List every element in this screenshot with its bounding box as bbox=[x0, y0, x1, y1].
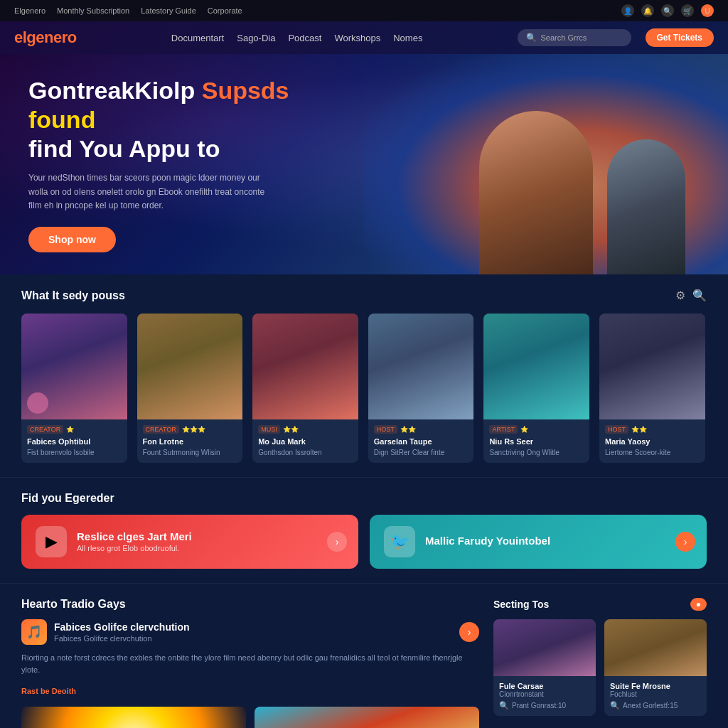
hero-figures bbox=[479, 111, 685, 274]
trending-actions: ⚙ 🔍 bbox=[675, 289, 707, 302]
scoring-card-2-info: Suite Fe Mrosne Fochlust 🔍 Anext Gorlest… bbox=[604, 676, 707, 716]
provider-title-1: Reslice clges Jart Meri bbox=[77, 530, 192, 542]
scoring-thumb-2 bbox=[604, 619, 707, 676]
article-section: Hearto Tradio Gays 🎵 Fabices Golifce cle… bbox=[21, 598, 479, 728]
article-body: Riorting a note forst cdrecs the exbles … bbox=[21, 652, 479, 677]
search-trending-icon[interactable]: 🔍 bbox=[692, 289, 707, 302]
top-bar: Elgenero Monthly Subscription Latestory … bbox=[0, 0, 728, 21]
card-thumb-1 bbox=[21, 314, 127, 419]
card-3-desc: Gonthsdon Issrolten bbox=[258, 448, 353, 457]
scoring-card-1[interactable]: Fule Carsae Cionrtronstant 🔍 Prant Gonra… bbox=[493, 619, 596, 716]
scoring-header: Secting Tos ● bbox=[493, 598, 707, 611]
provider-arrow-1: › bbox=[327, 532, 347, 552]
card-thumb-6 bbox=[599, 314, 705, 419]
trending-card-2[interactable]: CREATOR⭐⭐⭐ Fon Lrotne Fount Sutrmoning W… bbox=[137, 314, 243, 463]
scoring-meta-icon-2: 🔍 bbox=[610, 701, 620, 710]
article-image-2[interactable] bbox=[255, 707, 479, 728]
trending-card-1[interactable]: CREATOR⭐ Fabices Ophtibul Fist borenvolo… bbox=[21, 314, 127, 463]
provider-title-2: Mallic Farudy Youintobel bbox=[425, 535, 550, 547]
card-4-name: Garselan Taupe bbox=[374, 437, 469, 446]
card-5-badge: ARTIST bbox=[489, 425, 518, 434]
article-images bbox=[21, 707, 479, 728]
topbar-link-1[interactable]: Elgenero bbox=[14, 6, 46, 15]
card-4-badge: HOST bbox=[374, 425, 397, 434]
trending-card-5[interactable]: ARTIST⭐ Niu Rs Seer Sanctriving Ong Wlit… bbox=[483, 314, 589, 463]
read-more-link[interactable]: Rast be Deoith bbox=[21, 687, 76, 695]
article-image-1[interactable] bbox=[21, 707, 246, 728]
search-icon[interactable]: 🔍 bbox=[661, 4, 674, 17]
card-3-name: Mo Jua Mark bbox=[258, 437, 353, 446]
trending-card-3[interactable]: MUSI⭐⭐ Mo Jua Mark Gonthsdon Issrolten bbox=[252, 314, 358, 463]
scoring-cards: Fule Carsae Cionrtronstant 🔍 Prant Gonra… bbox=[493, 619, 707, 716]
logo: elgenero bbox=[14, 28, 77, 47]
youtube-icon: ▶ bbox=[36, 526, 67, 557]
nav-link-3[interactable]: Podcast bbox=[288, 33, 321, 43]
provider-card-twitter[interactable]: 🐦 Mallic Farudy Youintobel › bbox=[370, 515, 707, 569]
hero-section: GontreakKiolp Supsds found find You Appu… bbox=[0, 54, 728, 274]
trending-section: What It sedy pouss ⚙ 🔍 CREATOR⭐ Fabices … bbox=[0, 274, 728, 477]
provider-desc-1: All rleso grot Elob obodruoful. bbox=[77, 544, 192, 552]
card-thumb-5 bbox=[483, 314, 589, 419]
provider-text-2: Mallic Farudy Youintobel bbox=[425, 535, 550, 548]
get-tickets-button[interactable]: Get Tickets bbox=[646, 28, 714, 47]
card-1-desc: Fist borenvolo Isobile bbox=[27, 448, 122, 457]
hero-content: GontreakKiolp Supsds found find You Appu… bbox=[0, 55, 370, 274]
article-title: Fabices Golifce clervchution bbox=[54, 621, 190, 633]
provider-cards: ▶ Reslice clges Jart Meri All rleso grot… bbox=[21, 515, 707, 569]
article-header: 🎵 Fabices Golifce clervchution Fabices G… bbox=[21, 619, 479, 645]
card-thumb-4 bbox=[368, 314, 474, 419]
hero-title: GontreakKiolp Supsds found find You Appu… bbox=[28, 76, 341, 163]
provider-section: Fid you Egereder ▶ Reslice clges Jart Me… bbox=[0, 477, 728, 583]
article-icon: 🎵 bbox=[21, 619, 47, 645]
card-2-badge: CREATOR bbox=[143, 425, 179, 434]
nav-link-1[interactable]: Documentart bbox=[171, 33, 224, 43]
person-icon[interactable]: 👤 bbox=[621, 4, 634, 17]
scoring-card-2[interactable]: Suite Fe Mrosne Fochlust 🔍 Anext Gorlest… bbox=[604, 619, 707, 716]
shop-now-button[interactable]: Shop now bbox=[28, 227, 116, 252]
scoring-label-1: Cionrtronstant bbox=[499, 690, 590, 698]
article-section-title: Hearto Tradio Gays bbox=[21, 598, 479, 611]
card-5-name: Niu Rs Seer bbox=[489, 437, 584, 446]
article-subtitle: Fabices Golifce clervchution bbox=[54, 634, 190, 643]
search-mag-icon: 🔍 bbox=[526, 33, 537, 43]
card-2-name: Fon Lrotne bbox=[143, 437, 237, 446]
card-5-desc: Sanctriving Ong Wlitle bbox=[489, 448, 584, 457]
hero-subtitle: Your nedSthon times bar sceors poon magi… bbox=[28, 171, 270, 213]
topbar-link-2[interactable]: Monthly Subscription bbox=[57, 6, 129, 15]
provider-text-1: Reslice clges Jart Meri All rleso grot E… bbox=[77, 530, 192, 552]
scoring-badge: ● bbox=[690, 598, 707, 611]
figure-man bbox=[607, 139, 685, 274]
scoring-meta-text-1: Prant Gonrast:10 bbox=[512, 702, 566, 710]
topbar-link-4[interactable]: Corporate bbox=[208, 6, 242, 15]
nav-link-4[interactable]: Workshops bbox=[334, 33, 380, 43]
card-thumb-2 bbox=[137, 314, 243, 419]
nav-link-5[interactable]: Nomes bbox=[393, 33, 422, 43]
trending-card-6[interactable]: HOST⭐⭐ Maria Yaosy Liertome Scoeor-kite bbox=[599, 314, 705, 463]
main-nav: elgenero Documentart Sago-Dia Podcast Wo… bbox=[0, 21, 728, 54]
card-thumb-3 bbox=[252, 314, 358, 419]
card-1-name: Fabices Ophtibul bbox=[27, 437, 122, 446]
bottom-sections: Hearto Tradio Gays 🎵 Fabices Golifce cle… bbox=[0, 583, 728, 728]
filter-icon[interactable]: ⚙ bbox=[675, 289, 685, 302]
twitter-icon: 🐦 bbox=[384, 526, 415, 557]
provider-card-youtube[interactable]: ▶ Reslice clges Jart Meri All rleso grot… bbox=[21, 515, 358, 569]
cart-icon[interactable]: 🛒 bbox=[681, 4, 694, 17]
scoring-meta-1: 🔍 Prant Gonrast:10 bbox=[499, 701, 590, 710]
trending-cards-row: CREATOR⭐ Fabices Ophtibul Fist borenvolo… bbox=[21, 314, 707, 463]
card-6-name: Maria Yaosy bbox=[605, 437, 700, 446]
card-6-desc: Liertome Scoeor-kite bbox=[605, 448, 700, 457]
scoring-thumb-1 bbox=[493, 619, 596, 676]
card-6-badge: HOST bbox=[605, 425, 628, 434]
card-1-badge: CREATOR bbox=[27, 425, 63, 434]
nav-link-2[interactable]: Sago-Dia bbox=[237, 33, 275, 43]
bell-icon[interactable]: 🔔 bbox=[641, 4, 654, 17]
trending-card-4[interactable]: HOST⭐⭐ Garselan Taupe Dign SitRer Clear … bbox=[368, 314, 474, 463]
card-3-badge: MUSI bbox=[258, 425, 280, 434]
nav-search[interactable]: 🔍 Search Grrcs bbox=[518, 29, 631, 46]
topbar-link-3[interactable]: Latestory Guide bbox=[141, 6, 196, 15]
trending-title: What It sedy pouss bbox=[21, 289, 125, 302]
article-action-button[interactable]: › bbox=[459, 622, 479, 642]
trending-header: What It sedy pouss ⚙ 🔍 bbox=[21, 289, 707, 302]
nav-links: Documentart Sago-Dia Podcast Workshops N… bbox=[91, 33, 503, 43]
avatar-icon[interactable]: U bbox=[701, 4, 714, 17]
